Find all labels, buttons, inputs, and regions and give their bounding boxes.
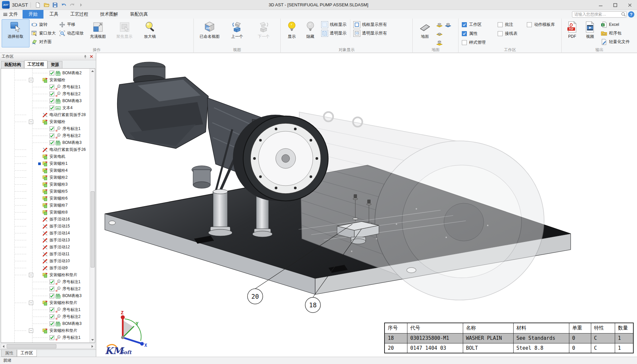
tree-item[interactable]: 安装螺栓5 — [1, 188, 89, 195]
search-icon[interactable] — [621, 12, 626, 17]
bom-row[interactable]: 200147 1404 03BOLTSteel 8.80C1 — [385, 343, 633, 353]
checkbox-checked-icon[interactable] — [49, 91, 54, 96]
scrollbar-thumb[interactable] — [91, 191, 95, 268]
action-template-library-checkbox[interactable]: 动作模板库 — [525, 20, 560, 29]
dynamic-zoom-button[interactable]: 动态缩放 — [57, 29, 85, 37]
balloon-20[interactable]: 20 — [248, 289, 263, 304]
collapse-toggle-icon[interactable]: − — [29, 329, 33, 333]
collapse-toggle-icon[interactable]: − — [29, 301, 33, 305]
checkbox-checked-icon[interactable] — [49, 85, 54, 90]
tree-item[interactable]: 安装螺栓7 — [1, 202, 89, 209]
maximize-button[interactable] — [608, 0, 622, 10]
wireframe-display-button[interactable]: 线框显示 — [319, 20, 348, 29]
balloon-18[interactable]: 18 — [305, 297, 320, 313]
tree-item[interactable]: 安装螺栓4 — [1, 167, 89, 174]
window-zoom-button[interactable]: 窗口放大 — [30, 29, 57, 37]
tree-item[interactable]: −安装螺栓 — [1, 77, 89, 84]
previous-view-button[interactable]: 上一个 — [224, 19, 250, 47]
help-button[interactable]: ? — [628, 11, 634, 18]
ground-position-middle-button[interactable] — [435, 29, 444, 38]
checkbox-checked-icon[interactable] — [49, 105, 54, 110]
tree-item[interactable]: 1序号标注2 — [1, 313, 89, 320]
align-face-button[interactable]: 对齐面 — [30, 37, 57, 46]
tree-item[interactable]: 扳手活动13 — [1, 237, 89, 244]
tree-item[interactable]: 安装螺栓6 — [1, 195, 89, 202]
tree-item[interactable]: 安装螺栓3 — [1, 181, 89, 188]
tree-item[interactable]: −安装螺栓 — [1, 118, 89, 125]
tree-item[interactable]: 安装螺栓2 — [1, 174, 89, 181]
export-excel-button[interactable]: X Excel — [599, 20, 631, 29]
scroll-down-button[interactable] — [90, 337, 95, 342]
export-package-button[interactable]: EXE 程序包 — [599, 29, 631, 37]
transparent-display-button[interactable]: 透明显示 — [319, 29, 348, 37]
checkbox-checked-icon[interactable] — [49, 293, 54, 298]
tree-item[interactable]: 1序号标注1 — [1, 306, 89, 313]
vertical-scrollbar[interactable] — [90, 69, 95, 342]
tree-item[interactable]: BOMBOM表格3 — [1, 97, 89, 104]
collapse-toggle-icon[interactable]: − — [29, 78, 33, 82]
checkbox-checked-icon[interactable] — [49, 71, 54, 76]
search-input[interactable] — [572, 11, 627, 18]
file-menu-button[interactable]: 文件 — [0, 10, 23, 19]
tree-item[interactable]: 1序号标注1 — [1, 125, 89, 132]
tree-item[interactable]: −安装螺栓和垫片 — [1, 327, 89, 334]
tree-item[interactable]: 扳手活动12 — [1, 244, 89, 251]
tree-item[interactable]: 1序号标注1 — [1, 278, 89, 285]
checkbox-checked-icon[interactable] — [49, 321, 54, 326]
hide-button[interactable]: 隐藏 — [301, 19, 319, 47]
ground-position-top-button[interactable] — [435, 38, 444, 47]
export-pdf-button[interactable]: PDF PDF — [563, 19, 581, 47]
tree-item[interactable]: 扳手活动11 — [1, 251, 89, 258]
checkbox-checked-icon[interactable] — [49, 307, 54, 312]
tree-item[interactable]: 安装螺栓1 — [1, 160, 89, 167]
tree-item[interactable]: 安装螺栓8 — [1, 209, 89, 216]
checkbox-checked-icon[interactable] — [49, 335, 54, 340]
tree-item[interactable]: 扳手活动9 — [1, 265, 89, 272]
tab-tools[interactable]: 工具 — [43, 10, 64, 19]
scroll-right-button[interactable] — [90, 344, 95, 348]
export-lightweight-button[interactable]: 轻量化文件 — [599, 37, 631, 46]
tab-home[interactable]: 开始 — [23, 10, 43, 19]
collapse-toggle-icon[interactable]: − — [29, 120, 33, 124]
checkbox-checked-icon[interactable] — [49, 286, 54, 291]
named-views-button[interactable]: AB 已命名视图 — [195, 19, 224, 47]
tree-item[interactable]: 安装电机 — [1, 153, 89, 160]
tab-assembly-simulation[interactable]: 装配仿真 — [124, 10, 154, 19]
select-pick-button[interactable]: 选择拾取 — [2, 19, 30, 47]
tree-item[interactable]: 扳手活动15 — [1, 223, 89, 230]
tab-resources[interactable]: 资源 — [47, 61, 62, 68]
panel-header[interactable]: 工作区 — [0, 53, 96, 60]
ground-position-selected-button[interactable] — [444, 20, 452, 29]
close-button[interactable] — [622, 0, 637, 10]
tree-item[interactable]: BOMBOM表格2 — [1, 70, 89, 77]
bom-row[interactable]: 180301235800-M1WASHER PLAINSee Standards… — [385, 333, 633, 343]
tree-item[interactable]: abc文本4 — [1, 104, 89, 111]
tab-process-tree[interactable]: 工艺过程 — [24, 60, 47, 68]
next-view-button[interactable]: 下一个 — [250, 19, 277, 47]
show-button[interactable]: 显示 — [282, 19, 301, 47]
scroll-up-button[interactable] — [90, 69, 95, 74]
tree-item[interactable]: BOMBOM表格3 — [1, 139, 89, 146]
checkbox-checked-icon[interactable] — [49, 140, 54, 145]
wiring-list-checkbox[interactable]: 接线表 — [496, 29, 525, 38]
workspace-checkbox[interactable]: 工作区 — [460, 20, 496, 29]
rotate-button[interactable]: 旋转 — [30, 20, 57, 29]
tree-item[interactable]: 1序号标注2 — [1, 132, 89, 139]
checkbox-checked-icon[interactable] — [49, 98, 54, 103]
checkbox-checked-icon[interactable] — [49, 126, 54, 131]
wireframe-display-all-button[interactable]: 线框显示所有 — [352, 20, 389, 29]
export-video-button[interactable]: 视频 — [581, 19, 599, 47]
checkbox-checked-icon[interactable] — [49, 133, 54, 138]
tree-item[interactable]: BOMBOM表格3 — [1, 292, 89, 299]
fit-view-button[interactable]: 充满视图 — [85, 19, 110, 47]
3d-viewport[interactable]: 20 18 Z Y X KM Soft — [96, 53, 637, 357]
pan-button[interactable]: 平移 — [57, 20, 85, 29]
horizontal-scrollbar[interactable] — [1, 343, 95, 349]
tree-item[interactable]: −安装螺栓和垫片 — [1, 272, 89, 278]
scrollbar-thumb[interactable] — [7, 344, 56, 348]
tab-properties[interactable]: 属性 — [1, 350, 17, 357]
scroll-left-button[interactable] — [1, 344, 6, 348]
tree-item[interactable]: BOMBOM表格3 — [1, 320, 89, 327]
checkbox-checked-icon[interactable] — [49, 314, 54, 319]
tree-item[interactable]: −安装螺栓和垫片 — [1, 299, 89, 306]
